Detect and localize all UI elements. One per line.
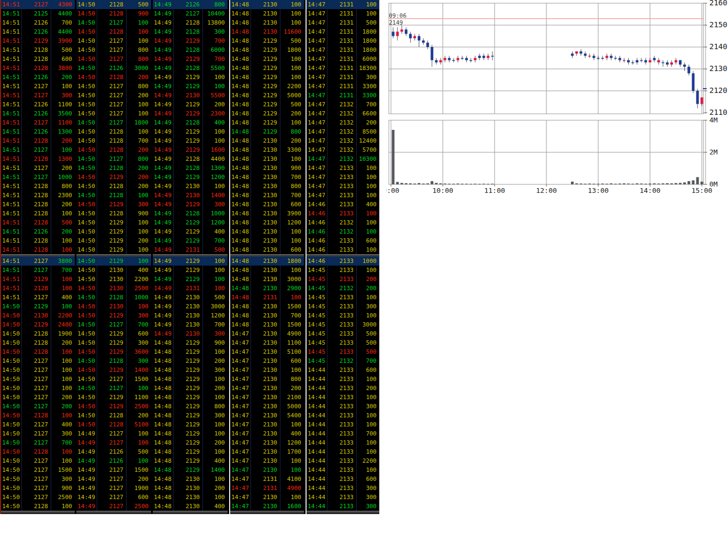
tape-row[interactable]: 14:4721313300 [307,91,379,100]
tape-row[interactable]: 14:5021281000 [76,293,151,302]
tape-row[interactable]: 14:4921281300 [153,164,228,173]
tape-row-selected[interactable]: 14:4621331000 [307,256,379,266]
panel-scrollbar[interactable] [153,511,228,514]
tape-row[interactable]: 14:49212710400 [153,9,228,18]
tape-row[interactable]: 14:452133100 [307,311,379,320]
tape-row[interactable]: 14:502128900 [76,9,151,18]
tape-row[interactable]: 14:5121281300 [1,154,75,164]
tape-row[interactable]: 14:512126700 [1,18,75,27]
tape-row[interactable]: 14:472130100 [230,465,304,475]
tape-row[interactable]: 14:492129200 [153,100,228,109]
tape-row[interactable]: 14:472130800 [230,375,304,384]
tape-row[interactable]: 14:5121283800 [1,64,75,73]
tape-row[interactable]: 14:502127100 [76,18,151,27]
tape-row[interactable]: 14:4821302900 [230,284,304,293]
tape-row[interactable]: 14:512126200 [1,73,75,82]
tape-row[interactable]: 14:472130100 [230,365,304,375]
tape-row-selected[interactable]: 14:502129100 [76,256,151,266]
tape-row[interactable]: 14:502130400 [76,266,151,275]
tape-row[interactable]: 14:48213011600 [230,27,304,36]
tape-row[interactable]: 14:502127300 [1,429,75,438]
tape-row[interactable]: 14:502127200 [76,91,151,100]
tape-row[interactable]: 14:472133100 [307,182,379,191]
tape-row[interactable]: 14:4921291200 [153,218,228,227]
tape-row[interactable]: 14:492130700 [153,320,228,329]
tape-row[interactable]: 14:5021281900 [1,329,75,338]
tape-row[interactable]: 14:5021293600 [76,347,151,356]
tape-row[interactable]: 14:502128700 [76,136,151,145]
panel-scrollbar[interactable] [307,511,379,514]
tape-row[interactable]: 14:482130200 [153,484,228,493]
tape-row[interactable]: 14:4721314900 [230,484,304,493]
tape-row[interactable]: 14:502129100 [1,302,75,311]
tape-row[interactable]: 14:4721305100 [230,347,304,356]
tape-row[interactable]: 14:4721305400 [230,411,304,420]
tape-row[interactable]: 14:512127300 [1,91,75,100]
tape-row[interactable]: 14:502127100 [76,109,151,118]
tape-row[interactable]: 14:452133500 [307,338,379,347]
tape-row[interactable]: 14:4921284400 [153,154,228,164]
tape-row[interactable]: 14:4721301200 [230,438,304,447]
tape-row[interactable]: 14:482129100 [153,429,228,438]
tape-row[interactable]: 14:502127100 [76,100,151,109]
tape-row[interactable]: 14:452132700 [307,356,379,365]
tape-row[interactable]: 14:4721316000 [307,55,379,64]
tape-row[interactable]: 14:502128100 [76,127,151,136]
tape-row[interactable]: 14:5121263500 [1,109,75,118]
tape-row[interactable]: 14:5021271800 [76,118,151,127]
tape-row[interactable]: 14:482129200 [153,356,228,365]
tape-row[interactable]: 14:502128100 [1,411,75,420]
tape-row[interactable]: 14:4821303300 [230,145,304,154]
tape-row[interactable]: 14:502127100 [76,384,151,393]
tape-row[interactable]: 14:482129500 [230,100,304,109]
tape-row[interactable]: 14:472132700 [307,100,379,109]
tape-row[interactable]: 14:512127100 [1,145,75,154]
tape-row[interactable]: 14:482129100 [153,447,228,456]
tape-row[interactable]: 14:5121254400 [1,9,75,18]
tape-row[interactable]: 14:442133100 [307,375,379,384]
tape-row[interactable]: 14:4721311800 [307,45,379,55]
tape-row[interactable]: 14:5021272500 [1,493,75,502]
tape-row[interactable]: 14:482130200 [230,136,304,145]
tape-row[interactable]: 14:482130100 [153,475,228,484]
tape-row[interactable]: 14:5021302200 [76,275,151,284]
tape-row[interactable]: 14:482130800 [230,182,304,191]
tape-row[interactable]: 14:482130600 [230,245,304,254]
tape-row[interactable]: 14:482130900 [230,164,304,173]
tape-row[interactable]: 14:482130100 [230,266,304,275]
tape-row[interactable]: 14:4421332200 [307,456,379,465]
tape-row[interactable]: 14:482131100 [230,293,304,302]
tape-row[interactable]: 14:502129300 [76,338,151,347]
tape-row[interactable]: 14:492129100 [153,82,228,91]
tape-row[interactable]: 14:512128200 [1,200,75,209]
tape-row[interactable]: 14:4921286000 [153,45,228,55]
tape-row[interactable]: 14:5121261100 [1,100,75,109]
tape-row[interactable]: 14:4821301500 [230,302,304,311]
tape-row[interactable]: 14:4921301400 [153,191,228,200]
tape-row[interactable]: 14:4921305500 [153,91,228,100]
tape-row[interactable]: 14:482129100 [230,73,304,82]
tape-row[interactable]: 14:502129100 [76,218,151,227]
tape-row[interactable]: 14:482130100 [230,18,304,27]
tape-row[interactable]: 14:482129800 [153,402,228,411]
tape-row[interactable]: 14:442133300 [307,402,379,411]
tape-row-selected[interactable]: 14:4821301800 [230,256,304,266]
tape-row[interactable]: 14:472131100 [307,9,379,18]
tape-row[interactable]: 14:482130600 [230,200,304,209]
tape-row[interactable]: 14:502127400 [1,420,75,429]
tape-row-selected[interactable]: 14:492126800 [153,0,228,9]
tape-row[interactable]: 14:472130100 [230,456,304,465]
tape-row[interactable]: 14:512128600 [1,55,75,64]
tape-row[interactable]: 14:5021271500 [1,465,75,475]
tape-row[interactable]: 14:4721311800 [307,27,379,36]
tape-row[interactable]: 14:4721301700 [230,447,304,456]
tape-row[interactable]: 14:5021263000 [76,64,151,73]
tape-row[interactable]: 14:5021292400 [1,320,75,329]
tape-row[interactable]: 14:502128300 [76,356,151,365]
tape-row[interactable]: 14:482129100 [153,393,228,402]
tape-row[interactable]: 14:442133200 [307,384,379,393]
tape-row[interactable]: 14:4721305000 [230,402,304,411]
tape-row[interactable]: 14:4721313300 [307,82,379,91]
tape-row[interactable]: 14:5121293900 [1,36,75,45]
tape-row[interactable]: 14:502129100 [76,227,151,236]
